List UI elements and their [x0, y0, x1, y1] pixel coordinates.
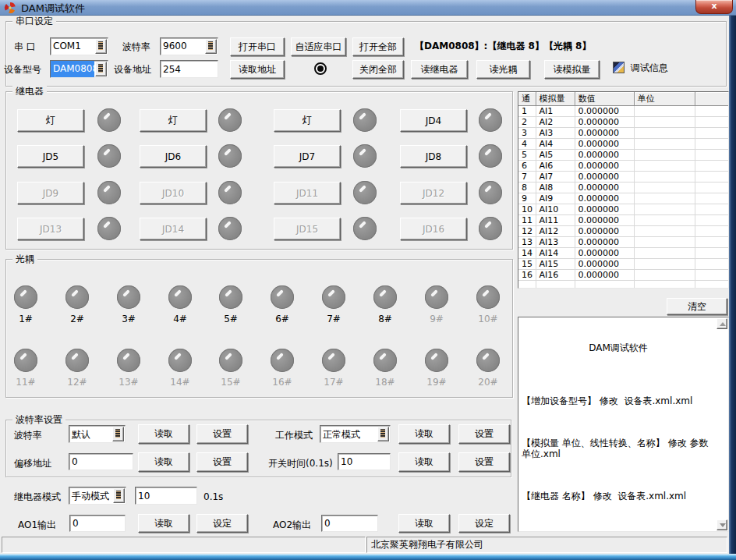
work-mode-combobox-value: 正常模式: [320, 426, 377, 442]
port-combobox[interactable]: COM1: [50, 37, 108, 55]
read-analog-button[interactable]: 读模拟量: [544, 60, 600, 79]
relay-led-13: [97, 217, 121, 240]
read-addr-button[interactable]: 读取地址: [230, 60, 285, 79]
relay-button-3[interactable]: 灯: [274, 109, 341, 132]
relay-button-7[interactable]: JD7: [274, 145, 341, 168]
relay-button-6[interactable]: JD6: [140, 145, 207, 168]
opto-led-13: [117, 349, 140, 372]
relay-button-12[interactable]: JD12: [400, 182, 467, 204]
table-row[interactable]: 9AI90.000000: [518, 193, 729, 204]
log-entry: 【模拟量 单位、线性转换、名称】 修改 参数单位.xml: [522, 438, 715, 459]
debug-info-label: 调试信息: [631, 62, 668, 73]
relay-led-12: [479, 181, 502, 204]
switch-time-set-button[interactable]: 设置: [458, 452, 510, 472]
opto-label-10: 10#: [472, 314, 504, 324]
open-port-button[interactable]: 打开串口: [230, 37, 285, 56]
table-row[interactable]: 5AI50.000000: [518, 149, 729, 160]
combo-drop-icon[interactable]: [377, 427, 389, 441]
offset-read-button[interactable]: 读取: [138, 452, 189, 472]
combo-drop-icon[interactable]: [112, 427, 124, 441]
table-row[interactable]: 3AI30.000000: [518, 127, 729, 138]
ao1-set-button[interactable]: 设定: [196, 514, 248, 533]
port-combobox-value: COM1: [51, 38, 94, 55]
table-row[interactable]: 2AI20.000000: [518, 116, 729, 127]
relay-button-10[interactable]: JD10: [140, 182, 207, 204]
read-relay-button[interactable]: 读继电器: [411, 60, 468, 79]
table-row[interactable]: 4AI40.000000: [518, 138, 729, 149]
relay-button-14[interactable]: JD14: [140, 218, 207, 240]
table-row[interactable]: 8AI80.000000: [518, 182, 729, 193]
baudrate-combobox[interactable]: 默认: [69, 425, 126, 443]
relay-button-9[interactable]: JD9: [17, 182, 84, 204]
model-combobox[interactable]: DAM0808: [50, 60, 108, 78]
work-mode-combobox[interactable]: 正常模式: [320, 425, 391, 443]
relay-button-13[interactable]: JD13: [17, 218, 84, 240]
opto-label-20: 20#: [472, 377, 504, 388]
baudrate-combobox-value: 默认: [69, 426, 111, 442]
serial-group-title: 串口设定: [12, 16, 56, 27]
work-mode-set-button[interactable]: 设置: [458, 424, 510, 444]
opto-led-1: [14, 285, 37, 309]
opto-led-4: [168, 285, 192, 309]
relay-button-2[interactable]: 灯: [140, 109, 207, 132]
baud-combobox-value: 9600: [161, 38, 204, 55]
work-mode-read-button[interactable]: 读取: [398, 424, 450, 444]
read-opto-button[interactable]: 读光耦: [476, 60, 530, 79]
relay-button-16[interactable]: JD16: [400, 218, 467, 240]
clear-log-button[interactable]: 清空: [667, 298, 727, 315]
baud-combobox[interactable]: 9600: [160, 37, 218, 55]
baudrate-label: 波特率: [14, 430, 42, 441]
combo-drop-icon[interactable]: [95, 62, 107, 76]
baudrate-set-button[interactable]: 设置: [196, 424, 248, 444]
opto-group-title: 光耦: [12, 253, 37, 264]
ao2-set-button[interactable]: 设定: [458, 514, 510, 533]
relay-mode-combobox[interactable]: 手动模式: [69, 487, 126, 505]
scroll-down-icon[interactable]: [717, 519, 727, 530]
relay-mode-time-input[interactable]: [135, 487, 197, 505]
ao2-input[interactable]: [321, 515, 378, 532]
combo-drop-icon[interactable]: [95, 39, 107, 54]
scroll-up-icon[interactable]: [717, 318, 727, 329]
close-button[interactable]: x: [695, 0, 733, 14]
close-all-button[interactable]: 关闭全部: [352, 60, 404, 79]
table-row[interactable]: 11AI110.000000: [518, 214, 729, 225]
offset-set-button[interactable]: 设置: [196, 452, 248, 472]
device-addr-input[interactable]: [160, 60, 218, 78]
baudrate-read-button[interactable]: 读取: [138, 424, 189, 444]
opto-led-12: [65, 349, 89, 372]
open-all-button[interactable]: 打开全部: [352, 37, 404, 56]
auto-adapt-port-button[interactable]: 自适应串口: [291, 37, 346, 56]
model-combobox-value: DAM0808: [51, 61, 94, 77]
relay-button-15[interactable]: JD15: [274, 218, 341, 240]
ao2-read-button[interactable]: 读取: [398, 514, 450, 533]
table-row[interactable]: 16AI160.000000: [518, 269, 729, 280]
table-row[interactable]: 7AI70.000000: [518, 171, 729, 182]
ao2-label: AO2输出: [273, 519, 311, 530]
relay-button-1[interactable]: 灯: [17, 109, 84, 132]
port-label: 串 口: [14, 41, 36, 52]
table-row[interactable]: 12AI120.000000: [518, 225, 729, 236]
model-label: 设备型号: [4, 64, 41, 75]
table-row[interactable]: 6AI60.000000: [518, 160, 729, 171]
switch-time-input[interactable]: [338, 453, 391, 470]
combo-drop-icon[interactable]: [205, 39, 217, 54]
table-row[interactable]: 10AI100.000000: [518, 204, 729, 214]
relay-button-8[interactable]: JD8: [400, 145, 467, 168]
relay-led-6: [218, 144, 242, 168]
ao1-read-button[interactable]: 读取: [138, 514, 189, 533]
switch-time-read-button[interactable]: 读取: [398, 452, 450, 472]
table-row[interactable]: 13AI130.000000: [518, 236, 729, 247]
table-row[interactable]: 15AI150.000000: [518, 258, 729, 269]
relay-button-5[interactable]: JD5: [17, 145, 84, 168]
relay-button-4[interactable]: JD4: [400, 109, 467, 132]
table-row[interactable]: 1AI10.000000: [518, 105, 729, 116]
offset-addr-input[interactable]: [69, 453, 133, 470]
combo-drop-icon[interactable]: [113, 488, 125, 503]
baud-label: 波特率: [122, 41, 150, 52]
ao1-input[interactable]: [69, 515, 126, 532]
debug-info-toggle[interactable]: 调试信息: [613, 62, 668, 73]
relay-led-10: [218, 181, 242, 204]
table-row[interactable]: 14AI140.000000: [518, 247, 729, 258]
relay-led-14: [218, 217, 242, 240]
relay-button-11[interactable]: JD11: [274, 182, 341, 204]
